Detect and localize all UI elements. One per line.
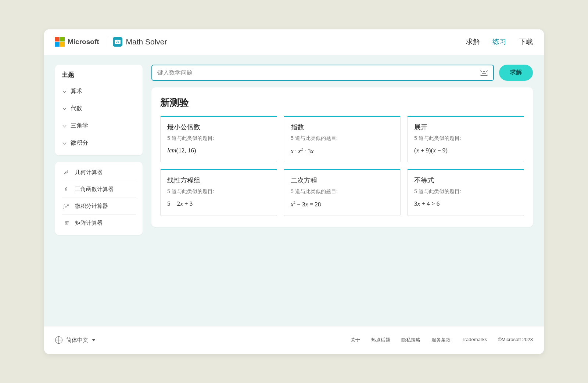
footer-link[interactable]: 隐私策略 bbox=[401, 337, 420, 343]
calculator-label: 几何计算器 bbox=[75, 169, 103, 176]
card-title: 展开 bbox=[414, 123, 517, 131]
chevron-down-icon bbox=[62, 141, 67, 145]
card-subtitle: 5 道与此类似的题目: bbox=[291, 188, 394, 195]
topic-label: 代数 bbox=[71, 105, 82, 112]
footer-link[interactable]: 热点话题 bbox=[371, 337, 390, 343]
microsoft-icon bbox=[55, 37, 65, 47]
card-title: 不等式 bbox=[414, 176, 517, 185]
topic-label: 三角学 bbox=[71, 122, 88, 130]
calculators-panel: x²几何计算器θ三角函数计算器∫ₐᵇ微积分计算器⊞矩阵计算器 bbox=[55, 162, 143, 235]
app-logo[interactable]: √x Math Solver bbox=[113, 37, 167, 47]
sidebar: 主题 算术代数三角学微积分 x²几何计算器θ三角函数计算器∫ₐᵇ微积分计算器⊞矩… bbox=[55, 65, 143, 326]
topics-heading: 主题 bbox=[62, 71, 136, 79]
topic-item[interactable]: 微积分 bbox=[62, 134, 136, 152]
body: 主题 算术代数三角学微积分 x²几何计算器θ三角函数计算器∫ₐᵇ微积分计算器⊞矩… bbox=[44, 55, 544, 326]
topic-item[interactable]: 算术 bbox=[62, 83, 136, 100]
calculator-item[interactable]: x²几何计算器 bbox=[62, 164, 136, 181]
quiz-card[interactable]: 线性方程组 5 道与此类似的题目: 5 = 2x + 3 bbox=[160, 169, 277, 216]
calculator-label: 微积分计算器 bbox=[75, 203, 108, 210]
calculator-icon: x² bbox=[62, 169, 70, 175]
card-equation: 3x + 4 > 6 bbox=[414, 200, 517, 207]
language-selector[interactable]: 简体中文 bbox=[55, 336, 96, 344]
quiz-panel: 新测验 最小公倍数 5 道与此类似的题目: lcm(12, 16) 指数 5 道… bbox=[151, 87, 533, 227]
quiz-grid: 最小公倍数 5 道与此类似的题目: lcm(12, 16) 指数 5 道与此类似… bbox=[160, 116, 524, 216]
calculator-label: 矩阵计算器 bbox=[75, 220, 103, 227]
chevron-down-icon bbox=[62, 106, 67, 111]
card-title: 指数 bbox=[291, 123, 394, 131]
calculator-icon: ⊞ bbox=[62, 220, 70, 226]
topic-label: 微积分 bbox=[71, 139, 88, 147]
topic-item[interactable]: 三角学 bbox=[62, 117, 136, 134]
microsoft-label: Microsoft bbox=[68, 38, 99, 46]
chevron-down-icon bbox=[62, 123, 67, 128]
quiz-card[interactable]: 最小公倍数 5 道与此类似的题目: lcm(12, 16) bbox=[160, 116, 277, 163]
chevron-down-icon bbox=[92, 339, 96, 341]
nav-solve[interactable]: 求解 bbox=[466, 37, 480, 47]
calculator-item[interactable]: ⊞矩阵计算器 bbox=[62, 215, 136, 231]
search-box[interactable] bbox=[151, 65, 494, 81]
card-title: 二次方程 bbox=[291, 176, 394, 185]
main: 求解 新测验 最小公倍数 5 道与此类似的题目: lcm(12, 16) 指数 … bbox=[151, 65, 533, 326]
card-subtitle: 5 道与此类似的题目: bbox=[414, 135, 517, 142]
card-title: 最小公倍数 bbox=[167, 123, 270, 131]
card-subtitle: 5 道与此类似的题目: bbox=[414, 188, 517, 195]
card-title: 线性方程组 bbox=[167, 176, 270, 185]
quiz-card[interactable]: 展开 5 道与此类似的题目: (x + 9)(x − 9) bbox=[407, 116, 524, 163]
card-equation: 5 = 2x + 3 bbox=[167, 200, 270, 207]
footer-link[interactable]: Trademarks bbox=[462, 337, 487, 343]
calculator-icon: θ bbox=[62, 186, 70, 192]
calculator-item[interactable]: ∫ₐᵇ微积分计算器 bbox=[62, 198, 136, 215]
chevron-down-icon bbox=[62, 89, 67, 93]
topics-panel: 主题 算术代数三角学微积分 bbox=[55, 65, 143, 155]
search-row: 求解 bbox=[151, 65, 533, 81]
microsoft-logo[interactable]: Microsoft bbox=[55, 37, 99, 47]
card-equation: lcm(12, 16) bbox=[167, 147, 270, 154]
quiz-card[interactable]: 二次方程 5 道与此类似的题目: x2 − 3x = 28 bbox=[284, 169, 401, 216]
card-subtitle: 5 道与此类似的题目: bbox=[167, 135, 270, 142]
calculator-item[interactable]: θ三角函数计算器 bbox=[62, 181, 136, 198]
topic-item[interactable]: 代数 bbox=[62, 100, 136, 117]
card-equation: (x + 9)(x − 9) bbox=[414, 147, 517, 154]
header-divider bbox=[106, 37, 106, 47]
quiz-heading: 新测验 bbox=[160, 96, 524, 109]
quiz-card[interactable]: 指数 5 道与此类似的题目: x · x2 · 3x bbox=[284, 116, 401, 163]
app-name: Math Solver bbox=[126, 37, 167, 46]
quiz-card[interactable]: 不等式 5 道与此类似的题目: 3x + 4 > 6 bbox=[407, 169, 524, 216]
keyboard-icon[interactable] bbox=[480, 70, 488, 76]
calculator-label: 三角函数计算器 bbox=[75, 186, 114, 193]
calculator-icon: ∫ₐᵇ bbox=[62, 203, 70, 209]
footer: 简体中文 关于热点话题隐私策略服务条款Trademarks©Microsoft … bbox=[44, 326, 544, 354]
footer-link[interactable]: 服务条款 bbox=[431, 337, 451, 343]
footer-link[interactable]: 关于 bbox=[351, 337, 360, 343]
main-nav: 求解 练习 下载 bbox=[466, 37, 533, 47]
copyright: ©Microsoft 2023 bbox=[498, 337, 533, 343]
language-label: 简体中文 bbox=[66, 337, 88, 344]
math-solver-icon: √x bbox=[113, 37, 122, 47]
card-equation: x · x2 · 3x bbox=[291, 147, 394, 155]
header: Microsoft √x Math Solver 求解 练习 下载 bbox=[44, 29, 544, 55]
nav-download[interactable]: 下载 bbox=[519, 37, 533, 47]
search-input[interactable] bbox=[157, 69, 480, 76]
solve-button[interactable]: 求解 bbox=[499, 65, 533, 81]
globe-icon bbox=[55, 336, 62, 344]
card-equation: x2 − 3x = 28 bbox=[291, 200, 394, 208]
nav-practice[interactable]: 练习 bbox=[492, 37, 506, 47]
card-subtitle: 5 道与此类似的题目: bbox=[291, 135, 394, 142]
topic-label: 算术 bbox=[71, 87, 82, 95]
card-subtitle: 5 道与此类似的题目: bbox=[167, 188, 270, 195]
app-window: Microsoft √x Math Solver 求解 练习 下载 主题 算术代… bbox=[44, 29, 544, 354]
footer-links: 关于热点话题隐私策略服务条款Trademarks©Microsoft 2023 bbox=[351, 337, 533, 343]
